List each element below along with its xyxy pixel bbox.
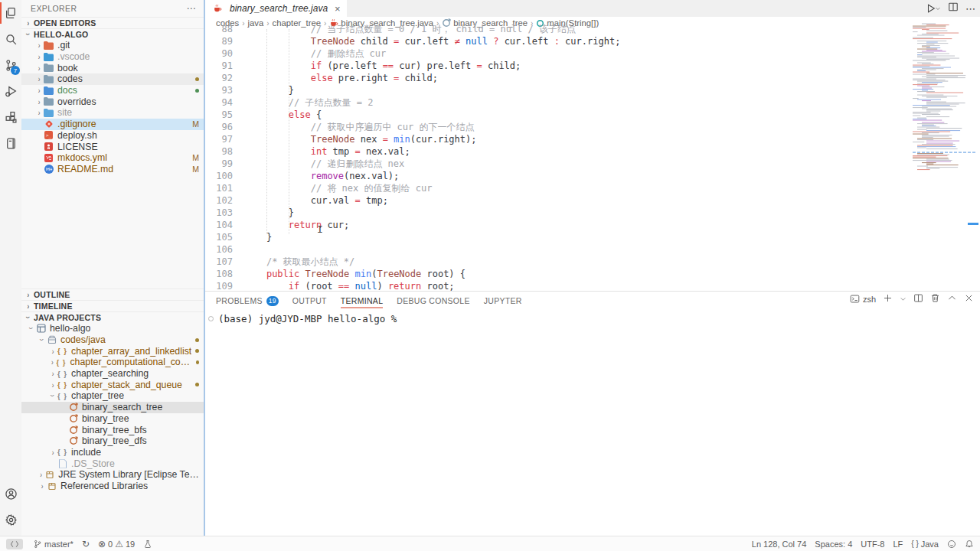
chevron-right-icon[interactable]: › xyxy=(38,470,44,480)
timeline-header[interactable]: › TIMELINE xyxy=(21,300,204,311)
terminal[interactable]: (base) jyd@JYD-MBP hello-algo % xyxy=(208,313,397,324)
remote-indicator-icon[interactable] xyxy=(6,539,23,549)
file-row[interactable]: binary_tree xyxy=(21,413,204,425)
code-line[interactable]: 97 TreeNode nex = min(cur.right); xyxy=(205,133,911,145)
chevron-right-icon[interactable]: › xyxy=(36,74,43,84)
file-row[interactable]: ›site xyxy=(21,107,204,119)
file-row[interactable]: ›docs xyxy=(21,85,204,96)
chevron-right-icon[interactable]: › xyxy=(50,448,57,458)
code-line[interactable]: 91 if (pre.left == cur) pre.left = child… xyxy=(205,60,911,72)
file-row[interactable]: binary_tree_bfs xyxy=(21,424,204,435)
terminal-profile-select[interactable]: zsh xyxy=(850,294,876,304)
eol-sequence[interactable]: LF xyxy=(893,540,903,549)
source-control-icon[interactable]: 7 xyxy=(0,52,21,78)
sidebar-sash[interactable] xyxy=(204,0,205,536)
code-line[interactable]: 96 // 获取中序遍历中 cur 的下一个结点 xyxy=(205,121,911,133)
new-terminal-icon[interactable] xyxy=(883,293,893,305)
minimap[interactable] xyxy=(911,20,980,291)
file-row[interactable]: ›.git xyxy=(21,40,204,51)
file-row[interactable]: ›JRE System Library [Eclipse Temurin 17 … xyxy=(21,469,204,481)
file-row[interactable]: ›{ }chapter_tree xyxy=(21,390,204,402)
file-row[interactable]: mkdocs.ymlM xyxy=(21,152,204,164)
chevron-down-icon[interactable]: › xyxy=(38,337,47,344)
panel-tab-problems[interactable]: PROBLEMS19 xyxy=(216,292,279,310)
file-row[interactable]: ›{ }chapter_stack_and_queue xyxy=(21,379,204,390)
chevron-right-icon[interactable]: › xyxy=(50,346,57,356)
file-row[interactable]: ›codes/java xyxy=(21,334,204,346)
chevron-right-icon[interactable]: › xyxy=(49,357,55,367)
split-editor-icon[interactable] xyxy=(948,2,959,15)
chevron-right-icon[interactable]: › xyxy=(36,86,43,96)
extensions-icon[interactable] xyxy=(0,104,21,130)
code-line[interactable]: 104 return cur; xyxy=(205,219,911,231)
file-row[interactable]: LICENSE xyxy=(21,141,204,152)
file-row[interactable]: .gitignoreM xyxy=(21,119,204,130)
code-line[interactable]: 99 // 递归删除结点 nex xyxy=(205,158,911,170)
file-row[interactable]: ›overrides xyxy=(21,96,204,107)
maximize-panel-icon[interactable] xyxy=(947,293,957,305)
account-icon[interactable] xyxy=(0,481,21,507)
run-button[interactable] xyxy=(926,3,941,14)
chevron-right-icon[interactable]: › xyxy=(39,481,46,491)
close-panel-icon[interactable] xyxy=(964,293,974,305)
chevron-down-icon[interactable]: › xyxy=(48,393,58,399)
explorer-icon[interactable] xyxy=(0,0,21,26)
cursor-position[interactable]: Ln 128, Col 74 xyxy=(752,540,807,549)
code-line[interactable]: 93 } xyxy=(205,84,911,96)
java-projects-header[interactable]: › JAVA PROJECTS xyxy=(21,311,204,323)
chevron-right-icon[interactable]: › xyxy=(50,380,57,390)
problems-item[interactable]: ⊗ 0 ⚠ 19 xyxy=(98,540,135,549)
panel-tab-jupyter[interactable]: JUPYTER xyxy=(484,292,522,310)
language-mode[interactable]: { } Java xyxy=(911,540,939,549)
code-line[interactable]: 107 /* 获取最小结点 */ xyxy=(205,256,911,268)
panel-tab-debug-console[interactable]: DEBUG CONSOLE xyxy=(397,292,470,310)
project-root-header[interactable]: › HELLO-ALGO xyxy=(21,28,204,40)
kill-terminal-icon[interactable] xyxy=(930,293,940,305)
git-branch-item[interactable]: master* xyxy=(33,540,74,549)
chevron-right-icon[interactable]: › xyxy=(36,63,43,73)
code-line[interactable]: 108 public TreeNode min(TreeNode root) { xyxy=(205,268,911,280)
code-line[interactable]: 105 } xyxy=(205,231,911,243)
file-row[interactable]: ›{ }chapter_computational_complexity xyxy=(21,357,204,368)
encoding[interactable]: UTF-8 xyxy=(861,540,884,549)
indentation[interactable]: Spaces: 4 xyxy=(815,540,852,549)
code-line[interactable]: 94 // 子结点数量 = 2 xyxy=(205,96,911,109)
more-actions-icon[interactable]: ⋯ xyxy=(187,3,196,14)
beaker-icon[interactable] xyxy=(143,540,152,549)
code-line[interactable]: 109 if (root == null) return root; xyxy=(205,280,911,291)
code-line[interactable]: 95 else { xyxy=(205,109,911,121)
tab-binary-search-tree[interactable]: binary_search_tree.java × xyxy=(205,0,347,17)
panel-tab-terminal[interactable]: TERMINAL xyxy=(341,292,384,310)
outline-header[interactable]: › OUTLINE xyxy=(21,289,204,300)
run-debug-icon[interactable] xyxy=(0,78,21,104)
split-terminal-icon[interactable] xyxy=(913,293,923,305)
chevron-right-icon[interactable]: › xyxy=(36,41,43,51)
file-row[interactable]: ›{ }chapter_searching xyxy=(21,368,204,380)
bell-icon[interactable] xyxy=(965,540,974,549)
code-line[interactable]: 100 remove(nex.val); xyxy=(205,170,911,182)
code-line[interactable]: 101 // 将 nex 的值复制给 cur xyxy=(205,182,911,194)
code-line[interactable]: 103 } xyxy=(205,207,911,219)
code-line[interactable]: 90 // 删除结点 cur xyxy=(205,47,911,60)
file-row[interactable]: ›codes xyxy=(21,73,204,85)
chevron-down-icon[interactable] xyxy=(900,295,906,304)
file-row[interactable]: ›Referenced Libraries xyxy=(21,481,204,492)
file-row[interactable]: ›{ }include xyxy=(21,447,204,458)
file-row[interactable]: ›hello-algo xyxy=(21,323,204,334)
file-row[interactable]: .DS_Store xyxy=(21,458,204,469)
file-row[interactable]: binary_search_tree xyxy=(21,402,204,413)
code-line[interactable]: 98 int tmp = nex.val; xyxy=(205,145,911,158)
code-editor[interactable]: 88 // 当子结点数量 = 0 / 1 时， child = null / 该… xyxy=(205,23,911,291)
chevron-right-icon[interactable]: › xyxy=(36,97,43,107)
file-row[interactable]: README.mdM xyxy=(21,164,204,175)
panel-tab-output[interactable]: OUTPUT xyxy=(292,292,327,310)
chevron-right-icon[interactable]: › xyxy=(50,369,57,379)
file-row[interactable]: ›{ }chapter_array_and_linkedlist xyxy=(21,345,204,357)
settings-gear-icon[interactable] xyxy=(0,507,21,533)
chevron-right-icon[interactable]: › xyxy=(36,108,43,118)
open-editors-header[interactable]: › OPEN EDITORS xyxy=(21,17,204,28)
file-row[interactable]: binary_tree_dfs xyxy=(21,435,204,447)
code-line[interactable]: 92 else pre.right = child; xyxy=(205,72,911,84)
code-line[interactable]: 106 xyxy=(205,243,911,256)
file-row[interactable]: ›book xyxy=(21,62,204,73)
